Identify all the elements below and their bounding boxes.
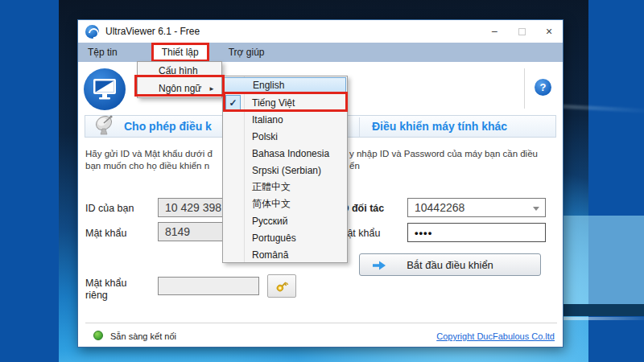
language-item-polski[interactable]: Polski — [223, 128, 347, 145]
private-password-field[interactable] — [158, 277, 259, 295]
key-icon — [275, 279, 289, 294]
check-icon: ✓ — [225, 95, 241, 110]
monitor-glyph — [93, 78, 117, 101]
language-item-tieng-viet-label: Tiếng Việt — [252, 97, 295, 109]
title-bar[interactable]: UltraViewer 6.1 - Free − × — [78, 20, 563, 43]
toolbar-divider — [524, 68, 525, 109]
language-item-bahasa[interactable]: Bahasa Indonesia — [223, 145, 347, 162]
local-description-line2: bạn muốn cho họ điều khiển n — [85, 160, 213, 172]
section-divider — [359, 117, 360, 137]
maximize-button[interactable] — [508, 20, 535, 43]
local-description: Hãy gửi ID và Mật khẩu dưới đ bạn muốn c… — [85, 148, 213, 172]
language-item-traditional-chinese[interactable]: 正體中文 — [223, 179, 347, 195]
start-control-button[interactable]: Bắt đầu điều khiển — [359, 253, 541, 276]
your-id-label: ID của bạn — [85, 203, 134, 214]
language-item-italiano[interactable]: Italiano — [223, 111, 347, 128]
menu-bar: Tệp tin Thiết lập Trợ giúp — [78, 43, 563, 62]
remote-description-line2: ển — [349, 160, 538, 172]
remote-description: y nhập ID và Password của máy bạn cần đi… — [349, 148, 538, 172]
language-submenu: English ✓ Tiếng Việt Italiano Polski Bah… — [222, 76, 348, 263]
monitor-icon — [84, 68, 126, 110]
arrow-right-icon — [373, 261, 386, 273]
start-control-label: Bắt đầu điều khiển — [407, 259, 493, 271]
local-description-line1: Hãy gửi ID và Mật khẩu dưới đ — [85, 148, 213, 160]
statusbar-divider — [85, 323, 557, 323]
submenu-arrow-icon: ► — [208, 85, 215, 93]
your-id-value: 10 429 398 — [165, 201, 221, 214]
remote-description-line1: y nhập ID và Password của máy bạn cần đi… — [349, 148, 538, 160]
app-logo-icon — [85, 25, 99, 39]
your-password-value: 8149 — [165, 225, 190, 238]
language-item-srpski[interactable]: Srpski (Serbian) — [223, 162, 347, 179]
minimize-button[interactable]: − — [481, 20, 508, 43]
partner-password-value: •••• — [415, 227, 432, 239]
menu-item-language-label: Ngôn ngữ — [159, 83, 201, 94]
screenshot-stage: UltraViewer 6.1 - Free − × Tệp tin Thiết… — [0, 0, 644, 362]
help-icon[interactable]: ? — [535, 79, 551, 96]
partner-id-combo[interactable]: 10442268 — [407, 198, 546, 217]
language-item-romana[interactable]: Română — [223, 246, 347, 263]
local-panel-header: Cho phép điều k — [124, 120, 212, 133]
private-password-label: Mật khẩu riêng — [85, 278, 126, 302]
language-item-english[interactable]: English — [224, 77, 346, 93]
close-button[interactable]: × — [535, 20, 563, 43]
menu-file[interactable]: Tệp tin — [78, 43, 127, 61]
satellite-dish-icon — [92, 113, 119, 143]
language-item-russian[interactable]: Русский — [223, 212, 347, 229]
your-password-label: Mật khẩu — [85, 228, 126, 239]
language-item-simplified-chinese[interactable]: 简体中文 — [223, 195, 347, 212]
menu-item-language[interactable]: Ngôn ngữ ► — [138, 80, 221, 97]
language-item-tieng-viet[interactable]: ✓ Tiếng Việt — [223, 94, 347, 111]
partner-id-value: 10442268 — [415, 201, 464, 214]
settings-menu: Cấu hình Ngôn ngữ ► — [137, 61, 222, 98]
remote-panel-header: Điều khiển máy tính khác — [372, 120, 507, 133]
status-text: Sẵn sàng kết nối — [110, 331, 176, 341]
menu-settings[interactable]: Thiết lập — [151, 43, 209, 62]
window-title: UltraViewer 6.1 - Free — [105, 26, 200, 37]
copyright-link[interactable]: Copyright DucFabulous Co.ltd — [436, 331, 555, 341]
status-online-icon — [93, 331, 103, 340]
key-button[interactable] — [267, 274, 296, 298]
private-password-label-line2: riêng — [85, 290, 126, 302]
maximize-icon — [518, 28, 526, 35]
language-item-portugues[interactable]: Português — [223, 229, 347, 246]
partner-password-field[interactable]: •••• — [407, 223, 546, 242]
menu-help[interactable]: Trợ giúp — [219, 43, 275, 61]
private-password-label-line1: Mật khẩu — [85, 278, 126, 290]
menu-item-config[interactable]: Cấu hình — [138, 62, 221, 80]
chevron-down-icon[interactable] — [533, 207, 539, 211]
window-controls: − × — [481, 20, 563, 43]
